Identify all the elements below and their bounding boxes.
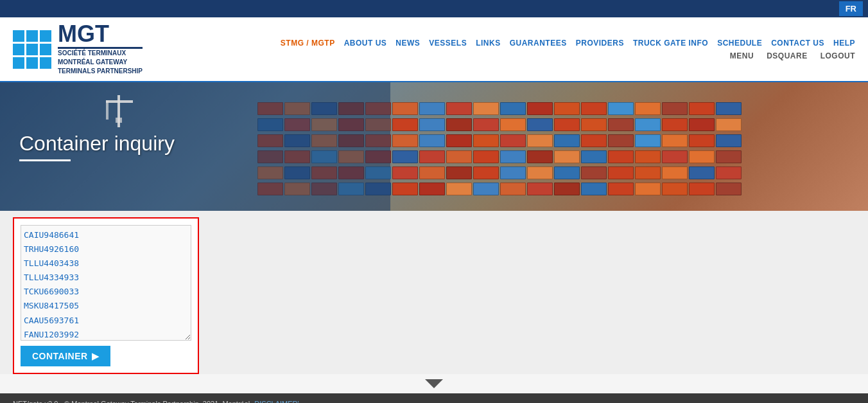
container-box bbox=[500, 150, 526, 163]
logo-text: MGT SOCIÉTÉ TERMINAUX MONTRÉAL GATEWAY T… bbox=[58, 22, 143, 76]
container-box bbox=[581, 118, 607, 131]
container-box bbox=[392, 166, 418, 179]
logo-cell bbox=[40, 30, 51, 42]
container-box bbox=[419, 150, 445, 163]
container-box bbox=[446, 150, 472, 163]
nav-primary: STMG / MGTP ABOUT US NEWS VESSELS LINKS … bbox=[281, 39, 855, 48]
logo-cell bbox=[13, 30, 24, 42]
container-btn-arrow-icon: ▶ bbox=[92, 351, 100, 361]
container-box bbox=[527, 102, 553, 115]
nav-links[interactable]: LINKS bbox=[476, 39, 501, 48]
container-box bbox=[419, 118, 445, 131]
container-box bbox=[554, 183, 580, 195]
nav-menu[interactable]: MENU bbox=[730, 51, 754, 60]
nav-contact-us[interactable]: CONTACT US bbox=[771, 39, 824, 48]
container-box bbox=[581, 166, 607, 179]
language-button[interactable]: FR bbox=[839, 1, 863, 16]
container-box bbox=[473, 134, 499, 147]
container-box bbox=[473, 166, 499, 179]
svg-rect-3 bbox=[116, 118, 122, 123]
navigation: STMG / MGTP ABOUT US NEWS VESSELS LINKS … bbox=[193, 39, 855, 60]
container-box bbox=[716, 150, 742, 163]
container-box bbox=[635, 183, 661, 195]
logo-subtitle-line3: TERMINALS PARTNERSHIP bbox=[58, 67, 143, 76]
logo-cell bbox=[26, 57, 38, 69]
container-box bbox=[716, 166, 742, 179]
nav-news[interactable]: NEWS bbox=[395, 39, 420, 48]
svg-rect-1 bbox=[106, 100, 133, 103]
container-box bbox=[608, 166, 634, 179]
container-box bbox=[662, 102, 688, 115]
container-box bbox=[608, 134, 634, 147]
logo-mgt-text: MGT bbox=[58, 22, 143, 49]
container-box bbox=[608, 150, 634, 163]
container-box bbox=[716, 102, 742, 115]
nav-logout[interactable]: LOGOUT bbox=[820, 51, 855, 60]
nav-providers[interactable]: PROVIDERS bbox=[576, 39, 624, 48]
container-box bbox=[608, 183, 634, 195]
container-box bbox=[635, 166, 661, 179]
crane-icon bbox=[103, 95, 135, 134]
nav-about[interactable]: ABOUT US bbox=[344, 39, 387, 48]
container-list-textarea[interactable]: CAIU9486641 TRHU4926160 TLLU4403438 TLLU… bbox=[21, 225, 191, 341]
scroll-down-icon bbox=[425, 379, 443, 388]
container-box bbox=[473, 118, 499, 131]
container-box bbox=[392, 150, 418, 163]
container-box bbox=[635, 150, 661, 163]
header: MGT SOCIÉTÉ TERMINAUX MONTRÉAL GATEWAY T… bbox=[0, 17, 868, 82]
container-box bbox=[554, 134, 580, 147]
container-box bbox=[581, 134, 607, 147]
container-box bbox=[581, 150, 607, 163]
logo-cell bbox=[26, 44, 38, 55]
logo-cell bbox=[26, 30, 38, 42]
container-box bbox=[500, 166, 526, 179]
container-box bbox=[419, 166, 445, 179]
container-box bbox=[419, 102, 445, 115]
nav-truck-gate-info[interactable]: TRUCK GATE INFO bbox=[633, 39, 708, 48]
container-box bbox=[527, 118, 553, 131]
logo-subtitle-line2: MONTRÉAL GATEWAY bbox=[58, 58, 143, 67]
footer-text: NET/gate v2.0 - © Montreal Gateway Termi… bbox=[13, 400, 252, 403]
container-box bbox=[419, 183, 445, 195]
top-bar: FR bbox=[0, 0, 868, 17]
nav-schedule[interactable]: SCHEDULE bbox=[717, 39, 762, 48]
container-box bbox=[500, 102, 526, 115]
container-box bbox=[446, 102, 472, 115]
container-box bbox=[446, 166, 472, 179]
container-box bbox=[392, 134, 418, 147]
svg-rect-2 bbox=[106, 100, 108, 120]
container-button[interactable]: CONTAINER ▶ bbox=[21, 346, 110, 366]
container-box bbox=[500, 118, 526, 131]
container-box bbox=[635, 118, 661, 131]
container-box bbox=[527, 134, 553, 147]
footer: NET/gate v2.0 - © Montreal Gateway Termi… bbox=[0, 393, 868, 403]
container-box bbox=[419, 134, 445, 147]
nav-dsquare[interactable]: DSQUARE bbox=[767, 51, 808, 60]
container-box bbox=[608, 102, 634, 115]
container-box bbox=[527, 150, 553, 163]
footer-disclaimer-link[interactable]: DISCLAIMER' bbox=[254, 400, 299, 403]
logo-area: MGT SOCIÉTÉ TERMINAUX MONTRÉAL GATEWAY T… bbox=[13, 22, 193, 76]
container-box bbox=[392, 183, 418, 195]
container-box bbox=[554, 150, 580, 163]
container-box bbox=[581, 183, 607, 195]
container-box bbox=[446, 183, 472, 195]
container-box bbox=[473, 102, 499, 115]
container-box bbox=[554, 118, 580, 131]
logo-cell bbox=[40, 44, 51, 55]
main-content: CAIU9486641 TRHU4926160 TLLU4403438 TLLU… bbox=[0, 211, 868, 374]
container-box bbox=[392, 102, 418, 115]
container-box bbox=[635, 102, 661, 115]
nav-guarantees[interactable]: GUARANTEES bbox=[510, 39, 567, 48]
container-box bbox=[689, 118, 715, 131]
container-box bbox=[554, 102, 580, 115]
nav-help[interactable]: HELP bbox=[833, 39, 855, 48]
hero-background: Container inquiry bbox=[0, 82, 868, 211]
input-panel: CAIU9486641 TRHU4926160 TLLU4403438 TLLU… bbox=[13, 217, 199, 374]
container-box bbox=[635, 134, 661, 147]
container-box bbox=[581, 102, 607, 115]
logo-subtitle-line1: SOCIÉTÉ TERMINAUX bbox=[58, 49, 143, 58]
nav-secondary: MENU DSQUARE LOGOUT bbox=[730, 51, 855, 60]
nav-vessels[interactable]: VESSELS bbox=[429, 39, 467, 48]
nav-stmg[interactable]: STMG / MGTP bbox=[281, 39, 335, 48]
